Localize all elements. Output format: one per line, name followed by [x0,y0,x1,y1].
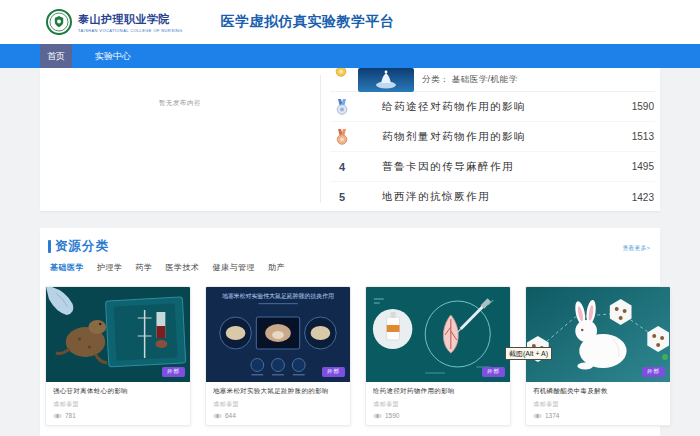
svg-text:地塞米松对实验性大鼠足跖肿胀的抗炎作用: 地塞米松对实验性大鼠足跖肿胀的抗炎作用 [222,292,334,300]
external-badge: 外部 [322,367,345,378]
ranking-item-4[interactable]: 4 普鲁卡因的传导麻醉作用 1495 [330,152,655,182]
top-section: 暂无发布内容 [40,68,660,212]
card-title: 强心苷对离体蛙心的影响 [53,387,183,396]
card-image: 外部 [46,287,190,382]
external-badge: 外部 [482,367,505,378]
resources-section: 资源分类 查看更多> 基础医学 护理学 药学 医学技术 健康与管理 助产 [40,228,660,436]
school-emblem-icon [46,9,72,35]
rank-number: 5 [336,191,345,203]
notice-panel: 暂无发布内容 [40,68,320,212]
section-title: 资源分类 [48,238,109,255]
ranking-item-3[interactable]: 药物剂量对药物作用的影响 1513 [330,122,655,152]
platform-title: 医学虚拟仿真实验教学平台 [221,13,395,31]
rank-category: 分类： 基础医学/机能学 [422,74,518,86]
card-title: 给药途径对药物作用的影响 [373,387,503,396]
nav-item-home[interactable]: 首页 [40,44,72,68]
tab-nursing[interactable]: 护理学 [97,262,123,273]
rank-views: 1590 [632,101,655,112]
section-title-text: 资源分类 [55,238,109,255]
bronze-medal-icon [336,129,348,145]
tab-midwifery[interactable]: 助产 [268,262,285,273]
tab-basic-medicine[interactable]: 基础医学 [50,262,84,273]
rank-title: 普鲁卡因的传导麻醉作用 [382,160,632,174]
ranking-item-1[interactable]: 分类： 基础医学/机能学 [330,68,655,92]
ranking-list: 分类： 基础医学/机能学 给药途径对药物作用的影响 1590 [330,68,655,212]
resource-card-3[interactable]: 外部 给药途径对药物作用的影响 成都泰盟 1590 [365,286,511,426]
rank-views: 1423 [632,192,655,203]
water-splash-thumbnail-icon [358,68,414,92]
card-view-count: 781 [65,412,76,419]
eye-icon [373,413,382,419]
site-header: 泰山护理职业学院 TAISHAN VOCATIONAL COLLEGE OF N… [0,0,700,44]
empty-content-text: 暂无发布内容 [40,99,320,108]
school-name: 泰山护理职业学院 [78,12,183,27]
tab-pharmacy[interactable]: 药学 [136,262,153,273]
vertical-divider [320,75,321,203]
school-logo[interactable]: 泰山护理职业学院 TAISHAN VOCATIONAL COLLEGE OF N… [46,9,183,35]
resource-card-2[interactable]: 地塞米松对实验性大鼠足跖肿胀的抗炎作用 [205,286,351,426]
card-org: 成都泰盟 [533,400,663,409]
rank-views: 1513 [632,131,655,142]
screenshot-tooltip: 截图(Alt + A) [505,347,552,360]
card-title: 有机磷酸酯类中毒及解救 [533,387,663,396]
main-navbar: 首页 实验中心 [0,44,700,68]
gold-medal-icon [335,68,347,77]
rank-thumbnail [358,68,414,92]
rank-number: 4 [336,161,345,173]
card-image: 地塞米松对实验性大鼠足跖肿胀的抗炎作用 [206,287,350,382]
rank-title: 药物剂量对药物作用的影响 [382,130,632,144]
tab-health-management[interactable]: 健康与管理 [213,262,256,273]
category-tabs: 基础医学 护理学 药学 医学技术 健康与管理 助产 [50,262,285,273]
external-badge: 外部 [642,367,665,378]
card-view-count: 644 [225,412,236,419]
school-name-en: TAISHAN VOCATIONAL COLLEGE OF NURSING [78,28,183,33]
card-org: 成都泰盟 [373,400,503,409]
resource-card-1[interactable]: 外部 强心苷对离体蛙心的影响 成都泰盟 781 [45,286,191,426]
card-view-count: 1590 [385,412,399,419]
view-more-link[interactable]: 查看更多> [622,244,650,253]
eye-icon [53,413,62,419]
rank-title: 地西泮的抗惊厥作用 [382,190,632,204]
eye-icon [533,413,542,419]
title-accent-bar [48,240,51,253]
external-badge: 外部 [162,367,185,378]
card-image: 外部 [366,287,510,382]
card-title: 地塞米松对实验大鼠足趾肿胀的的影响 [213,387,343,396]
card-org: 成都泰盟 [213,400,343,409]
card-view-count: 1374 [545,412,559,419]
eye-icon [213,413,222,419]
card-org: 成都泰盟 [53,400,183,409]
ranking-item-5[interactable]: 5 地西泮的抗惊厥作用 1423 [330,182,655,212]
nav-item-lab-center[interactable]: 实验中心 [88,44,138,68]
rank-views: 1495 [632,161,655,172]
resource-cards: 外部 强心苷对离体蛙心的影响 成都泰盟 781 地塞米松对实验性大鼠 [45,286,671,426]
ranking-item-2[interactable]: 给药途径对药物作用的影响 1590 [330,92,655,122]
rank-title: 给药途径对药物作用的影响 [382,100,632,114]
tab-medical-tech[interactable]: 医学技术 [166,262,200,273]
card-image: 外部 [526,287,670,382]
silver-medal-icon [336,99,348,115]
